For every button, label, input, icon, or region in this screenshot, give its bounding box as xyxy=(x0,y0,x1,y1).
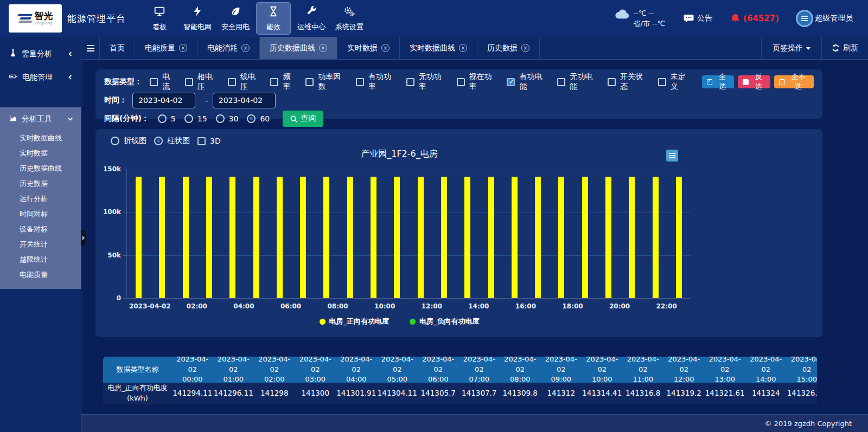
radio-selected-icon[interactable] xyxy=(247,114,256,123)
sidebar-item-需量分析[interactable]: 需量分析 xyxy=(0,42,81,66)
datatype-checkbox-频率[interactable]: 频率 xyxy=(270,72,298,92)
refresh-button[interactable]: 刷新 xyxy=(821,37,868,59)
tab-电能质量[interactable]: 电能质量× xyxy=(135,37,197,59)
close-icon[interactable]: × xyxy=(319,44,327,52)
checkbox-unchecked-icon[interactable] xyxy=(406,78,414,86)
sidebar-subitem-实时数据[interactable]: 实时数据 xyxy=(0,146,81,161)
bar-18:00[interactable] xyxy=(558,177,564,298)
bar-02:00[interactable] xyxy=(183,177,189,298)
datatype-checkbox-相电压[interactable]: 相电压 xyxy=(185,72,220,92)
bar-06:00[interactable] xyxy=(277,177,283,298)
radio-unselected-icon[interactable] xyxy=(184,114,193,123)
checkbox-unchecked-icon[interactable] xyxy=(185,78,193,86)
bar-19:00[interactable] xyxy=(582,177,588,298)
sidebar-collapse-handle[interactable] xyxy=(81,230,86,246)
datatype-checkbox-无功电能[interactable]: 无功电能 xyxy=(557,72,600,92)
bar-11:00[interactable] xyxy=(394,177,400,298)
bar-23:00[interactable] xyxy=(676,177,682,298)
time-from-input[interactable] xyxy=(132,93,195,108)
checkbox-unchecked-icon[interactable] xyxy=(150,78,158,86)
tab-电能消耗[interactable]: 电能消耗× xyxy=(197,37,260,59)
datatype-checkbox-电流[interactable]: 电流 xyxy=(150,72,177,92)
datatype-checkbox-有功电能[interactable]: 有功电能 xyxy=(507,72,550,92)
checkbox-unchecked-icon[interactable] xyxy=(356,78,364,86)
checkbox-unchecked-icon[interactable] xyxy=(658,78,666,86)
interval-radio-5[interactable]: 5 xyxy=(158,114,176,123)
sidebar-subitem-电能质量[interactable]: 电能质量 xyxy=(0,267,81,282)
close-icon[interactable]: × xyxy=(179,44,187,52)
bar-07:00[interactable] xyxy=(300,177,306,298)
radio-unselected-icon[interactable] xyxy=(158,114,167,123)
bar-12:00[interactable] xyxy=(418,177,424,298)
checkbox-checked-icon[interactable] xyxy=(507,78,515,86)
legend-item-电房_负向有功电度[interactable]: 电房_负向有功电度 xyxy=(410,317,480,326)
chart-type-option-3D[interactable]: 3D xyxy=(197,137,221,145)
datatype-checkbox-视在功率[interactable]: 视在功率 xyxy=(457,72,500,92)
bar-13:00[interactable] xyxy=(441,177,447,298)
interval-radio-60[interactable]: 60 xyxy=(247,114,270,123)
bar-21:00[interactable] xyxy=(629,177,635,298)
nav-item-安全用电[interactable]: 安全用电 xyxy=(218,2,253,35)
nav-item-智能电网[interactable]: 智能电网 xyxy=(180,2,215,35)
checkbox-unchecked-icon[interactable] xyxy=(608,78,616,86)
bar-05:00[interactable] xyxy=(253,177,259,298)
close-icon[interactable]: × xyxy=(241,44,250,52)
tab-实时数据曲线[interactable]: 实时数据曲线× xyxy=(400,37,477,59)
sidebar-subitem-历史数据曲线[interactable]: 历史数据曲线 xyxy=(0,161,81,176)
select-button-全不选[interactable]: 全不选 xyxy=(774,75,814,88)
bar-17:00[interactable] xyxy=(535,177,541,298)
checkbox-unchecked-icon[interactable] xyxy=(305,78,314,86)
sidebar-subitem-开关统计[interactable]: 开关统计 xyxy=(0,237,81,252)
bar-16:00[interactable] xyxy=(512,177,518,298)
sidebar-item-分析工具[interactable]: 分析工具 xyxy=(0,107,81,131)
datatype-checkbox-有功功率[interactable]: 有功功率 xyxy=(356,72,399,92)
chart-type-option-柱状图[interactable]: 柱状图 xyxy=(154,136,190,146)
nav-item-看板[interactable]: 看板 xyxy=(142,2,177,35)
datatype-checkbox-未定义[interactable]: 未定义 xyxy=(658,72,693,92)
nav-item-能效[interactable]: 能效 xyxy=(256,2,291,35)
legend-item-电房_正向有功电度[interactable]: 电房_正向有功电度 xyxy=(320,317,390,326)
radio-unselected-icon[interactable] xyxy=(216,114,225,123)
sidebar-subitem-时间对标[interactable]: 时间对标 xyxy=(0,207,81,222)
chart-toolbox-button[interactable] xyxy=(666,150,678,162)
datatype-checkbox-功率因数[interactable]: 功率因数 xyxy=(305,72,348,92)
checkbox-unchecked-icon[interactable] xyxy=(270,78,278,86)
bar-22:00[interactable] xyxy=(653,177,659,298)
bar-10:00[interactable] xyxy=(371,177,376,298)
select-button-全选[interactable]: 全选 xyxy=(702,75,735,88)
checkbox-unchecked-icon[interactable] xyxy=(457,78,465,86)
sidebar-subitem-实时数据曲线[interactable]: 实时数据曲线 xyxy=(0,131,81,146)
radio-selected-icon[interactable] xyxy=(154,137,163,145)
sidebar-item-电能管理[interactable]: 电能管理 xyxy=(0,66,81,89)
nav-item-运维中心[interactable]: 运维中心 xyxy=(294,2,329,35)
tab-operations-dropdown[interactable]: 页签操作 xyxy=(761,37,821,59)
close-icon[interactable]: × xyxy=(521,44,529,52)
nav-item-系统设置[interactable]: 系统设置 xyxy=(332,2,367,35)
time-to-input[interactable] xyxy=(213,93,276,108)
sidebar-subitem-运行分析[interactable]: 运行分析 xyxy=(0,191,81,207)
close-icon[interactable]: × xyxy=(381,44,390,52)
datatype-checkbox-无功功率[interactable]: 无功功率 xyxy=(406,72,449,92)
bar-14:00[interactable] xyxy=(464,177,470,298)
tab-首页[interactable]: 首页 xyxy=(100,37,135,59)
checkbox-unchecked-icon[interactable] xyxy=(557,78,565,86)
radio-unselected-icon[interactable] xyxy=(111,137,119,145)
sidebar-subitem-设备对标[interactable]: 设备对标 xyxy=(0,222,81,237)
announcement-button[interactable]: 公告 xyxy=(684,14,712,23)
bar-09:00[interactable] xyxy=(347,177,353,298)
checkbox-unchecked-icon[interactable] xyxy=(197,137,206,145)
chart-type-option-折线图[interactable]: 折线图 xyxy=(111,136,146,146)
tab-menu-toggle[interactable] xyxy=(81,37,100,59)
user-menu[interactable]: 超级管理员 xyxy=(797,11,853,25)
checkbox-unchecked-icon[interactable] xyxy=(228,78,236,86)
query-button[interactable]: 查询 xyxy=(283,111,323,127)
bar-04:00[interactable] xyxy=(229,177,235,298)
bar-00:00[interactable] xyxy=(136,177,142,298)
datatype-checkbox-线电压[interactable]: 线电压 xyxy=(228,72,263,92)
bar-20:00[interactable] xyxy=(605,177,611,298)
select-button-反选[interactable]: 反选 xyxy=(738,75,770,88)
bar-08:00[interactable] xyxy=(323,177,329,298)
bar-03:00[interactable] xyxy=(206,177,212,298)
tab-历史数据[interactable]: 历史数据× xyxy=(477,37,540,59)
bar-01:00[interactable] xyxy=(159,177,165,298)
